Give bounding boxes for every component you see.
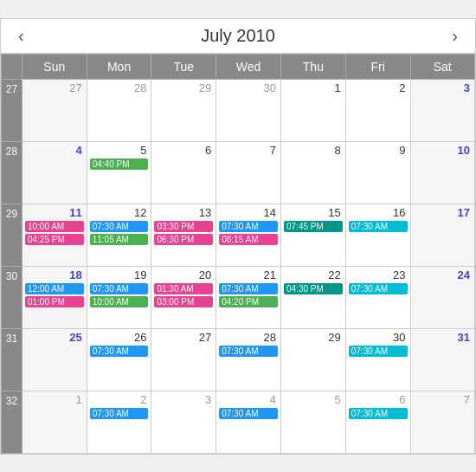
calendar-cell[interactable]: 1110:00 AM04:25 PM [22, 204, 87, 266]
day-number: 30 [219, 81, 278, 94]
day-number: 7 [414, 393, 472, 406]
calendar-cell[interactable]: 5 [280, 391, 345, 453]
calendar-cell[interactable]: 10 [410, 141, 474, 204]
calendar-cell[interactable]: 24 [410, 266, 474, 328]
calendar-cell[interactable]: 25 [22, 328, 87, 391]
calendar-event[interactable]: 03:30 PM [154, 221, 213, 232]
calendar-cell[interactable]: 29 [280, 328, 345, 391]
calendar-cell[interactable]: 2807:30 AM [216, 328, 281, 391]
day-number: 11 [25, 206, 84, 219]
calendar-event[interactable]: 10:00 AM [25, 221, 84, 232]
calendar-cell[interactable]: 4 [22, 141, 87, 204]
calendar-cell[interactable]: 27 [151, 328, 216, 391]
calendar-event[interactable]: 12:00 AM [25, 283, 84, 294]
calendar-event[interactable]: 07:30 AM [90, 283, 149, 294]
calendar-cell[interactable]: 1607:30 AM [345, 204, 410, 266]
day-number: 28 [219, 331, 278, 344]
col-header-wed: Wed [216, 54, 281, 79]
calendar-cell[interactable]: 28 [87, 79, 151, 141]
calendar-cell[interactable]: 17 [410, 204, 474, 266]
day-number: 4 [25, 144, 84, 157]
calendar-event[interactable]: 07:30 AM [219, 283, 278, 294]
prev-month-button[interactable]: ‹ [11, 26, 31, 46]
calendar-cell[interactable]: 1303:30 PM06:30 PM [151, 204, 216, 266]
calendar-event[interactable]: 10:00 AM [90, 296, 149, 307]
calendar-cell[interactable]: 27 [22, 79, 87, 141]
calendar-event[interactable]: 01:30 AM [154, 283, 213, 294]
calendar-cell[interactable]: 1507:45 PM [280, 204, 345, 266]
calendar-event[interactable]: 07:30 AM [349, 346, 408, 357]
calendar-cell[interactable]: 29 [151, 79, 216, 141]
calendar-cell[interactable]: 1 [22, 391, 87, 453]
calendar-header: ‹ July 2010 › [1, 19, 475, 54]
calendar-event[interactable]: 07:30 AM [90, 408, 149, 419]
calendar-event[interactable]: 07:30 AM [349, 408, 408, 419]
calendar-event[interactable]: 04:20 PM [219, 296, 278, 307]
calendar-event[interactable]: 07:30 AM [219, 221, 278, 232]
calendar-event[interactable]: 07:45 PM [284, 221, 343, 232]
day-number: 1 [284, 81, 343, 94]
calendar-event[interactable]: 07:30 AM [349, 221, 408, 232]
calendar-cell[interactable]: 31 [410, 328, 474, 391]
calendar-cell[interactable]: 407:30 AM [216, 391, 281, 453]
calendar-event[interactable]: 04:40 PM [90, 158, 149, 170]
calendar-cell[interactable]: 9 [345, 141, 410, 204]
calendar-cell[interactable]: 30 [216, 79, 281, 141]
day-number: 19 [90, 268, 149, 281]
calendar-cell[interactable]: 1812:00 AM01:00 PM [22, 266, 87, 328]
day-number: 2 [349, 81, 408, 94]
calendar-cell[interactable]: 6 [151, 141, 216, 204]
calendar-cell[interactable]: 3007:30 AM [345, 328, 410, 391]
calendar-cell[interactable]: 8 [280, 141, 345, 204]
calendar-cell[interactable]: 2 [345, 79, 410, 141]
calendar-event[interactable]: 04:25 PM [25, 234, 84, 245]
calendar-cell[interactable]: 2107:30 AM04:20 PM [216, 266, 281, 328]
calendar-grid: Sun Mon Tue Wed Thu Fri Sat 272728293012… [1, 54, 475, 454]
day-number: 23 [349, 268, 408, 281]
day-number: 31 [414, 331, 472, 344]
week-num-header [2, 54, 23, 79]
calendar-event[interactable]: 07:30 AM [219, 346, 278, 357]
calendar-title: July 2010 [201, 26, 275, 46]
calendar-event[interactable]: 01:00 PM [25, 296, 84, 307]
calendar-cell[interactable]: 2307:30 AM [345, 266, 410, 328]
next-month-button[interactable]: › [445, 26, 465, 46]
week-number: 32 [2, 391, 23, 453]
calendar-event[interactable]: 07:30 AM [349, 283, 408, 294]
calendar-cell[interactable]: 3 [410, 79, 474, 141]
calendar-cell[interactable]: 7 [410, 391, 474, 453]
calendar-event[interactable]: 07:30 AM [90, 346, 149, 357]
calendar-cell[interactable]: 607:30 AM [345, 391, 410, 453]
calendar-event[interactable]: 11:05 AM [90, 234, 149, 245]
day-number: 5 [284, 393, 343, 406]
calendar-cell[interactable]: 7 [216, 141, 281, 204]
day-number: 6 [349, 393, 408, 406]
day-number: 25 [25, 331, 84, 344]
day-number: 15 [284, 206, 343, 219]
day-number: 21 [219, 268, 278, 281]
calendar-cell[interactable]: 504:40 PM [87, 141, 151, 204]
day-number: 24 [414, 268, 472, 281]
calendar-event[interactable]: 07:30 AM [219, 408, 278, 419]
calendar-event[interactable]: 08:15 AM [219, 234, 278, 245]
calendar-cell[interactable]: 207:30 AM [87, 391, 151, 453]
calendar-event[interactable]: 04:30 PM [284, 283, 343, 294]
col-header-mon: Mon [87, 54, 151, 79]
week-number: 28 [2, 141, 23, 204]
calendar-cell[interactable]: 1 [280, 79, 345, 141]
calendar-cell[interactable]: 2001:30 AM03:00 PM [151, 266, 216, 328]
calendar-cell[interactable]: 2204:30 PM [280, 266, 345, 328]
day-number: 7 [219, 144, 278, 157]
calendar-event[interactable]: 03:00 PM [154, 296, 213, 307]
calendar-cell[interactable]: 1407:30 AM08:15 AM [216, 204, 281, 266]
calendar-event[interactable]: 07:30 AM [90, 221, 149, 232]
day-number: 29 [154, 81, 213, 94]
day-number: 26 [90, 331, 149, 344]
calendar-cell[interactable]: 3 [151, 391, 216, 453]
calendar-event[interactable]: 06:30 PM [154, 234, 213, 245]
calendar-cell[interactable]: 1907:30 AM10:00 AM [87, 266, 151, 328]
day-number: 18 [25, 268, 84, 281]
calendar-cell[interactable]: 2607:30 AM [87, 328, 151, 391]
day-number: 27 [25, 81, 84, 94]
calendar-cell[interactable]: 1207:30 AM11:05 AM [87, 204, 151, 266]
